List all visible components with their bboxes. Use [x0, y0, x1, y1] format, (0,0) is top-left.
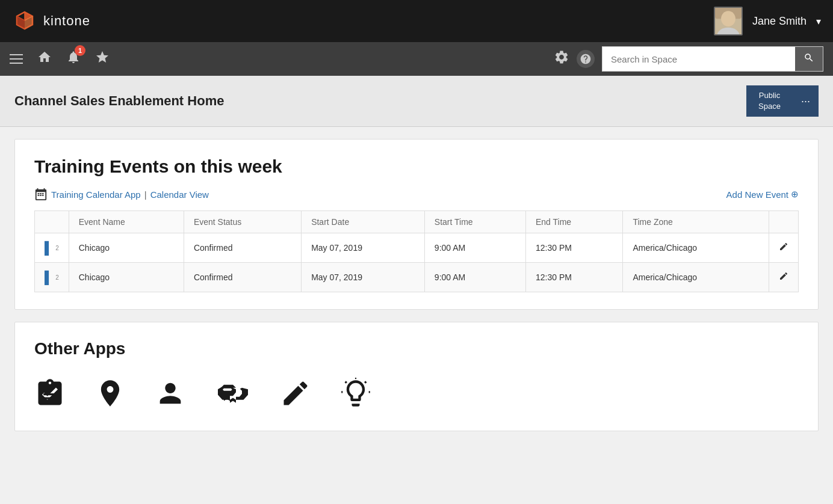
svg-rect-12 — [40, 194, 42, 195]
row1-edit[interactable] — [769, 233, 799, 263]
public-space-line1: Public — [758, 90, 781, 101]
row1-end-time: 12:30 PM — [525, 233, 622, 263]
row1-start-time: 9:00 AM — [424, 233, 525, 263]
svg-rect-19 — [43, 398, 54, 399]
other-apps-card: Other Apps — [14, 322, 819, 431]
handshake-app-icon[interactable] — [215, 378, 251, 409]
second-nav-left: 1 — [10, 50, 110, 68]
notification-bell-icon[interactable]: 1 — [66, 50, 81, 68]
link-separator: | — [144, 189, 147, 200]
table-row: ▌ 2 Chicago Confirmed May 07, 2019 9:00 … — [35, 233, 799, 263]
avatar[interactable] — [714, 7, 743, 35]
col-event-status: Event Status — [184, 211, 301, 233]
table-row: ▌ 2 Chicago Confirmed May 07, 2019 9:00 … — [35, 263, 799, 292]
add-event-label: Add New Event — [726, 189, 788, 200]
svg-rect-18 — [43, 393, 54, 395]
public-space-line2: Space — [758, 101, 781, 112]
add-new-event-button[interactable]: Add New Event ⊕ — [726, 189, 799, 200]
search-container — [602, 46, 823, 72]
table-body: ▌ 2 Chicago Confirmed May 07, 2019 9:00 … — [35, 233, 799, 292]
svg-line-23 — [345, 382, 347, 383]
col-indicator — [35, 211, 69, 233]
public-space-badge: Public Space — [746, 85, 793, 117]
favorites-star-icon[interactable] — [95, 50, 110, 68]
col-start-date: Start Date — [302, 211, 425, 233]
page-header-right: Public Space ··· — [746, 85, 819, 117]
add-event-icon: ⊕ — [791, 189, 799, 200]
kintone-logo[interactable]: kintone — [12, 8, 90, 34]
svg-line-21 — [365, 382, 366, 383]
svg-rect-13 — [42, 194, 44, 195]
col-end-time: End Time — [525, 211, 622, 233]
row1-edit-icon[interactable] — [779, 243, 788, 253]
app-links-row: Training Calendar App | Calendar View Ad… — [34, 188, 799, 201]
row1-start-date: May 07, 2019 — [302, 233, 425, 263]
row2-event-status: Confirmed — [184, 263, 301, 292]
svg-rect-11 — [38, 194, 40, 195]
search-icon — [804, 52, 814, 63]
row2-event-name: Chicago — [69, 263, 184, 292]
table-header-row: Event Name Event Status Start Date Start… — [35, 211, 799, 233]
settings-icon[interactable] — [554, 49, 569, 69]
row2-indicator: ▌ 2 — [35, 263, 69, 292]
page-title: Channel Sales Enablement Home — [14, 93, 224, 109]
events-table: Event Name Event Status Start Date Start… — [34, 211, 799, 292]
hamburger-menu[interactable] — [10, 54, 23, 64]
row2-time-zone: America/Chicago — [623, 263, 769, 292]
row2-end-time: 12:30 PM — [525, 263, 622, 292]
training-events-title: Training Events on this week — [34, 156, 799, 177]
second-nav-right — [554, 46, 823, 72]
lightbulb-app-icon[interactable] — [340, 378, 371, 409]
table-header: Event Name Event Status Start Date Start… — [35, 211, 799, 233]
training-calendar-link[interactable]: Training Calendar App — [51, 189, 141, 200]
nav-right: Jane Smith ▾ — [714, 7, 821, 35]
location-app-icon[interactable] — [94, 378, 126, 409]
apps-icons-row — [34, 373, 799, 414]
row1-indicator: ▌ 2 — [35, 233, 69, 263]
row1-event-name: Chicago — [69, 233, 184, 263]
logo-svg — [12, 8, 37, 34]
svg-rect-14 — [38, 195, 40, 196]
user-name: Jane Smith — [752, 15, 807, 28]
pencil-app-icon[interactable] — [280, 378, 311, 409]
svg-rect-17 — [43, 390, 50, 392]
row2-edit[interactable] — [769, 263, 799, 292]
row1-event-status: Confirmed — [184, 233, 301, 263]
nav-left: kintone — [12, 8, 90, 34]
main-content: Training Events on this week Training Ca… — [0, 127, 833, 443]
svg-point-10 — [717, 28, 740, 34]
user-dropdown-arrow[interactable]: ▾ — [816, 16, 821, 27]
notification-badge: 1 — [75, 45, 85, 56]
col-event-name: Event Name — [69, 211, 184, 233]
other-apps-title: Other Apps — [34, 339, 799, 358]
row2-start-time: 9:00 AM — [424, 263, 525, 292]
row2-start-date: May 07, 2019 — [302, 263, 425, 292]
clipboard-app-icon[interactable] — [34, 378, 66, 409]
svg-rect-15 — [40, 195, 42, 196]
svg-rect-16 — [42, 195, 44, 196]
top-navigation: kintone Jane Smith ▾ — [0, 0, 833, 42]
row2-edit-icon[interactable] — [779, 272, 788, 283]
logo-text: kintone — [43, 13, 90, 29]
page-header: Channel Sales Enablement Home Public Spa… — [0, 76, 833, 127]
calendar-view-link[interactable]: Calendar View — [150, 189, 209, 200]
second-navigation: 1 — [0, 42, 833, 76]
row1-time-zone: America/Chicago — [623, 233, 769, 263]
search-button[interactable] — [795, 47, 823, 71]
col-time-zone: Time Zone — [623, 211, 769, 233]
home-icon[interactable] — [37, 50, 52, 68]
svg-point-9 — [721, 11, 735, 26]
more-options-button[interactable]: ··· — [793, 85, 819, 117]
person-app-icon[interactable] — [155, 378, 186, 409]
help-icon[interactable] — [577, 50, 595, 68]
col-start-time: Start Time — [424, 211, 525, 233]
search-input[interactable] — [602, 49, 795, 69]
calendar-icon — [34, 188, 48, 201]
col-actions — [769, 211, 799, 233]
avatar-svg — [715, 7, 742, 34]
training-events-card: Training Events on this week Training Ca… — [14, 139, 819, 310]
